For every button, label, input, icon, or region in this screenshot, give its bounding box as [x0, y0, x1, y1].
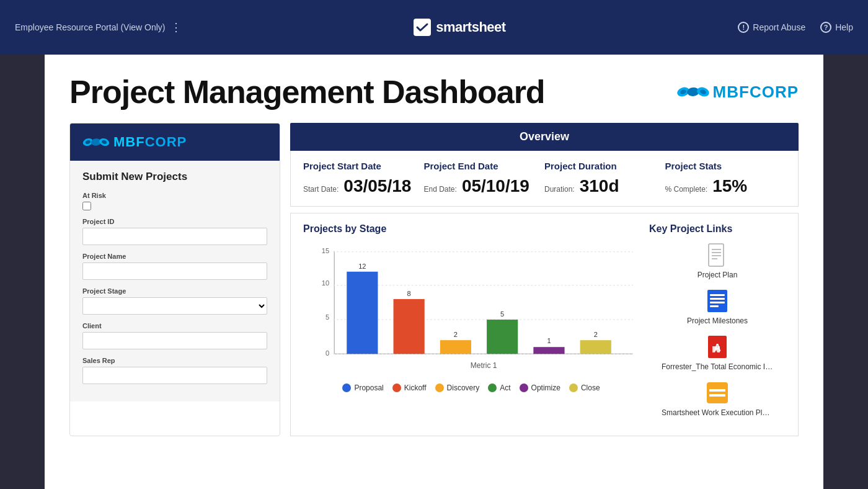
- left-panel-header: MBFCORP: [70, 123, 280, 161]
- bar-act: [487, 320, 518, 354]
- legend-close: Close: [569, 384, 600, 392]
- project-stage-group: Project Stage Proposal Kickoff Discovery…: [82, 287, 267, 315]
- legend-discovery: Discovery: [435, 384, 480, 392]
- legend-proposal: Proposal: [342, 384, 383, 392]
- bar-chart-svg: 0 5 10 15: [303, 242, 639, 379]
- legend-act: Act: [488, 384, 510, 392]
- link-project-milestones[interactable]: Project Milestones: [649, 288, 786, 325]
- duration-title: Project Duration: [544, 161, 665, 171]
- project-name-input[interactable]: [82, 262, 267, 280]
- lp-wing-icon: [82, 133, 110, 151]
- help-button[interactable]: ? Help: [820, 22, 853, 33]
- smartsheet-work-label: Smartsheet Work Execution Platfor...: [662, 408, 773, 417]
- lp-corp-name: MBFCORP: [113, 134, 187, 150]
- link-project-plan[interactable]: Project Plan: [649, 242, 786, 279]
- links-title: Key Project Links: [649, 223, 786, 235]
- at-risk-checkbox[interactable]: [82, 202, 91, 210]
- left-panel: MBFCORP Submit New Projects At Risk Proj…: [69, 123, 280, 436]
- project-milestones-icon: [706, 288, 728, 314]
- form-title: Submit New Projects: [82, 171, 267, 183]
- portal-title-area: Employee Resource Portal (View Only) ⋮: [15, 20, 182, 34]
- smartsheet-check-icon: [414, 19, 431, 36]
- dashboard-body: MBFCORP Submit New Projects At Risk Proj…: [45, 123, 823, 436]
- svg-rect-42: [709, 394, 725, 397]
- link-smartsheet-work[interactable]: Smartsheet Work Execution Platfor...: [649, 380, 786, 417]
- report-abuse-button[interactable]: ! Report Abuse: [738, 22, 805, 33]
- sales-rep-label: Sales Rep: [82, 357, 267, 364]
- svg-rect-33: [707, 290, 727, 312]
- svg-text:5: 5: [500, 310, 504, 318]
- project-id-input[interactable]: [82, 228, 267, 245]
- portal-menu-icon[interactable]: ⋮: [170, 20, 182, 34]
- legend-dot-discovery: [435, 384, 444, 392]
- svg-text:1: 1: [547, 337, 551, 344]
- end-date-label: End Date:: [424, 185, 457, 194]
- svg-rect-35: [710, 298, 725, 300]
- start-date-value: 03/05/18: [343, 176, 411, 196]
- project-stats-stat: Project Stats % Complete: 15%: [665, 161, 786, 196]
- svg-text:12: 12: [358, 262, 366, 270]
- mbfcorp-wing-icon: [677, 81, 709, 102]
- legend-optimize: Optimize: [520, 384, 560, 392]
- main-content: Project Management Dashboard MBFCORP: [45, 55, 823, 489]
- start-date-title: Project Start Date: [303, 161, 424, 171]
- help-icon: ?: [820, 22, 831, 33]
- overview-header: Overview: [290, 123, 799, 151]
- svg-rect-37: [710, 305, 719, 307]
- project-stats-value: 15%: [712, 176, 747, 196]
- project-stage-label: Project Stage: [82, 287, 267, 295]
- svg-text:15: 15: [322, 247, 329, 254]
- chart-legend: Proposal Kickoff Discovery Act: [303, 384, 639, 392]
- page-title: Project Management Dashboard: [69, 73, 545, 110]
- svg-text:10: 10: [322, 279, 329, 287]
- chart-section: Projects by Stage 0 5 10: [303, 223, 639, 426]
- chart-container: 0 5 10 15: [303, 242, 639, 379]
- svg-rect-40: [707, 382, 728, 403]
- project-id-group: Project ID: [82, 218, 267, 245]
- stats-row: Project Start Date Start Date: 03/05/18 …: [290, 151, 799, 207]
- project-stage-select[interactable]: Proposal Kickoff Discovery Act Optimize …: [82, 297, 267, 315]
- mbfcorp-logo: MBFCORP: [677, 81, 799, 102]
- svg-text:2: 2: [594, 331, 598, 338]
- bar-proposal: [347, 272, 378, 354]
- bar-close: [580, 340, 611, 354]
- project-stats-title: Project Stats: [665, 161, 786, 171]
- svg-rect-34: [710, 294, 725, 296]
- forrester-label: Forrester_The Total Economic Impa...: [662, 362, 773, 371]
- legend-kickoff: Kickoff: [392, 384, 427, 392]
- project-plan-icon: [706, 242, 728, 268]
- client-label: Client: [82, 322, 267, 330]
- project-milestones-label: Project Milestones: [687, 316, 748, 325]
- end-date-value: 05/10/19: [462, 176, 529, 196]
- svg-text:2: 2: [454, 331, 458, 338]
- portal-title: Employee Resource Portal (View Only): [15, 22, 166, 32]
- top-nav: Employee Resource Portal (View Only) ⋮ s…: [0, 0, 868, 55]
- svg-text:8: 8: [407, 290, 411, 297]
- sales-rep-group: Sales Rep: [82, 357, 267, 384]
- start-date-stat: Project Start Date Start Date: 03/05/18: [303, 161, 424, 196]
- content-row: Projects by Stage 0 5 10: [290, 213, 799, 436]
- svg-text:0: 0: [326, 349, 329, 357]
- start-date-label: Start Date:: [303, 185, 339, 194]
- smartsheet-work-icon: [706, 380, 728, 406]
- duration-stat: Project Duration Duration: 310d: [544, 161, 665, 196]
- link-forrester[interactable]: A Forrester_The Total Economic Impa...: [649, 334, 786, 371]
- bar-discovery: [440, 340, 471, 354]
- project-plan-label: Project Plan: [698, 271, 738, 279]
- form-section: Submit New Projects At Risk Project ID P…: [70, 161, 280, 402]
- sales-rep-input[interactable]: [82, 367, 267, 384]
- legend-dot-close: [569, 384, 578, 392]
- legend-dot-kickoff: [392, 384, 401, 392]
- legend-dot-proposal: [342, 384, 351, 392]
- bar-kickoff: [394, 299, 425, 354]
- svg-text:5: 5: [326, 313, 329, 321]
- end-date-stat: Project End Date End Date: 05/10/19: [424, 161, 545, 196]
- client-input[interactable]: [82, 332, 267, 349]
- at-risk-label: At Risk: [82, 192, 267, 199]
- project-id-label: Project ID: [82, 218, 267, 225]
- chart-title: Projects by Stage: [303, 223, 639, 235]
- nav-actions: ! Report Abuse ? Help: [738, 22, 853, 33]
- project-stats-label: % Complete:: [665, 185, 708, 194]
- client-group: Client: [82, 322, 267, 349]
- svg-rect-36: [710, 302, 725, 303]
